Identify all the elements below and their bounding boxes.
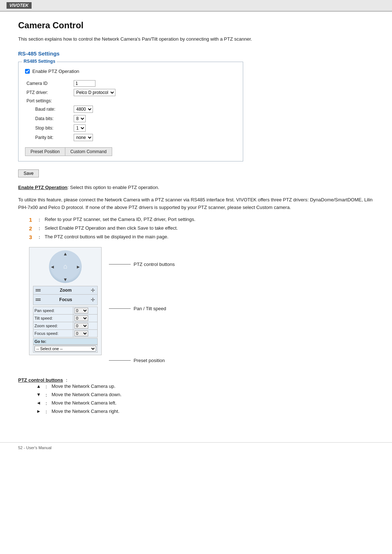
focus-speed-label: Focus speed: (33, 329, 73, 337)
focus-speed-select[interactable]: 0 (74, 331, 88, 336)
rs485-section-heading: RS-485 Settings (18, 50, 374, 57)
ptz-control-section: PTZ control buttons ： (18, 377, 374, 383)
ptz-bullet-left-text: Move the Network Camera left. (52, 400, 117, 406)
body-paragraph: To utilize this feature, please connect … (18, 196, 374, 212)
tab-row: Preset Position Custom Command (25, 147, 236, 156)
baud-rate-select[interactable]: 4800 (74, 106, 93, 113)
parity-bit-label: Parity bit: (25, 133, 72, 142)
step-3-text: The PTZ control buttons will be displaye… (45, 234, 168, 239)
tilt-speed-label: Tilt speed: (33, 314, 73, 322)
preset-label: Preset position (109, 358, 175, 363)
focus-speed-row: Focus speed: 0 (33, 329, 98, 337)
step-3-number: 3 (29, 234, 34, 240)
step-2-number: 2 (29, 225, 34, 231)
ptz-bullet-down: ▼ ： Move the Network Camera down. (36, 392, 374, 398)
ptz-bullet-right-text: Move the Network Camera right. (52, 409, 119, 414)
ptz-left-arrow: ◄ (50, 264, 55, 269)
step-3: 3 ： The PTZ control buttons will be disp… (29, 234, 374, 241)
zoom-bars-icon (36, 289, 41, 291)
step-2-text: Select Enable PTZ Operation and then cli… (45, 225, 178, 231)
ptz-circle-bg: ▲ ▼ ◄ ► ⌂ (49, 250, 82, 283)
stop-bits-label: Stop bits: (25, 123, 72, 133)
preset-arrow (109, 360, 131, 361)
steps-list: 1 ： Refer to your PTZ scanner, set the C… (29, 217, 374, 241)
focus-cross-icon: ✛ (91, 297, 95, 303)
focus-label: Focus (42, 297, 89, 302)
page-title: Camera Control (18, 20, 374, 30)
main-content: Camera Control This section explains how… (0, 12, 392, 431)
ptz-right-arrow: ► (76, 264, 81, 269)
ptz-section-heading: PTZ control buttons (18, 377, 63, 383)
ptz-driver-select[interactable]: Pelco D protocol (74, 89, 115, 96)
save-row: Save (18, 169, 374, 177)
enable-ptz-colon-text: : Select this option to enable PTZ opera… (68, 185, 159, 190)
ptz-bullet-right-colon: ： (44, 409, 49, 415)
zoom-row: Zoom ✛ (33, 286, 97, 295)
stop-bits-row: Stop bits: 1 (25, 123, 236, 133)
stop-bits-select[interactable]: 1 (74, 124, 86, 132)
data-bits-select[interactable]: 8 (74, 115, 86, 122)
ptz-bullet-up: ▲ ： Move the Network Camera up. (36, 383, 374, 390)
ptz-bullet-list: ▲ ： Move the Network Camera up. ▼ ： Move… (36, 383, 374, 415)
ptz-section-colon: ： (64, 377, 69, 383)
zoom-speed-select[interactable]: 0 (74, 323, 88, 329)
up-triangle-icon: ▲ (36, 383, 41, 389)
ptz-bullet-left: ◄ ： Move the Network Camera left. (36, 400, 374, 407)
pan-speed-select[interactable]: 0 (74, 308, 88, 313)
camera-id-row: Camera ID (25, 79, 236, 88)
tilt-speed-select[interactable]: 0 (74, 315, 88, 321)
diagram-area: ▲ ▼ ◄ ► ⌂ Zoom ✛ (29, 247, 374, 367)
ptz-bullet-up-colon: ： (44, 383, 49, 390)
ptz-bullet-right: ► ： Move the Network Camera right. (36, 409, 374, 415)
data-bits-row: Data bits: 8 (25, 114, 236, 123)
ptz-bullet-down-text: Move the Network Camera down. (52, 392, 122, 397)
focus-row: Focus ✛ (33, 296, 97, 304)
settings-form-table: Camera ID PTZ driver: Pelco D protocol P… (25, 79, 236, 142)
speed-table: Pan speed: 0 Tilt speed: 0 Zoom speed: 0… (33, 307, 98, 337)
preset-select[interactable]: -- Select one -- (34, 346, 96, 352)
ptz-control-circle: ▲ ▼ ◄ ► ⌂ (49, 250, 82, 283)
ptz-driver-row: PTZ driver: Pelco D protocol (25, 88, 236, 97)
step-1-number: 1 (29, 217, 34, 223)
ptz-driver-label: PTZ driver: (25, 88, 72, 97)
step-1-colon: ： (37, 217, 42, 223)
footer-text: 52 - User's Manual (18, 446, 52, 450)
ptz-home-icon: ⌂ (64, 263, 68, 270)
enable-ptz-bold-label: Enable PTZ Operation (18, 185, 68, 190)
step-1-text: Refer to your PTZ scanner, set the Camer… (45, 217, 195, 222)
step-3-colon: ： (37, 234, 42, 241)
pan-tilt-label-text: Pan / Tilt speed (134, 306, 166, 311)
ptz-down-arrow: ▼ (63, 277, 68, 282)
ptz-control-label-text: PTZ control buttons (134, 262, 175, 267)
intro-text: This section explains how to control the… (18, 36, 374, 43)
pan-speed-row: Pan speed: 0 (33, 307, 98, 314)
camera-id-input[interactable] (74, 80, 95, 87)
step-1: 1 ： Refer to your PTZ scanner, set the C… (29, 217, 374, 223)
camera-id-label: Camera ID (25, 79, 72, 88)
parity-bit-row: Parity bit: none (25, 133, 236, 142)
focus-bars-icon (36, 299, 41, 301)
ptz-bullet-up-text: Move the Network Camera up. (52, 383, 115, 389)
tab-preset-position[interactable]: Preset Position (25, 147, 65, 156)
data-bits-label: Data bits: (25, 114, 72, 123)
port-settings-row: Port settings: (25, 97, 236, 104)
step-2-colon: ： (37, 225, 42, 232)
top-bar: VIVOTEK (0, 0, 392, 12)
zoom-cross-icon: ✛ (91, 287, 95, 293)
footer: 52 - User's Manual (0, 442, 392, 453)
pan-tilt-arrow (109, 308, 131, 309)
save-button[interactable]: Save (18, 169, 39, 177)
rs485-settings-box: RS485 Settings Enable PTZ Operation Came… (18, 62, 243, 161)
diagram-labels: PTZ control buttons Pan / Tilt speed Pre… (102, 247, 175, 367)
port-settings-label: Port settings: (25, 97, 72, 104)
tab-custom-command[interactable]: Custom Command (65, 147, 112, 156)
goto-label-row: Go to: (33, 338, 98, 345)
parity-bit-select[interactable]: none (74, 134, 93, 141)
step-2: 2 ： Select Enable PTZ Operation and then… (29, 225, 374, 232)
baud-rate-label: Baud rate: (25, 104, 72, 114)
ptz-bullet-down-colon: ： (44, 392, 49, 398)
ptz-up-arrow: ▲ (63, 251, 68, 257)
right-triangle-icon: ► (36, 409, 41, 414)
zoom-label: Zoom (42, 288, 89, 293)
enable-ptz-checkbox[interactable] (25, 69, 30, 74)
